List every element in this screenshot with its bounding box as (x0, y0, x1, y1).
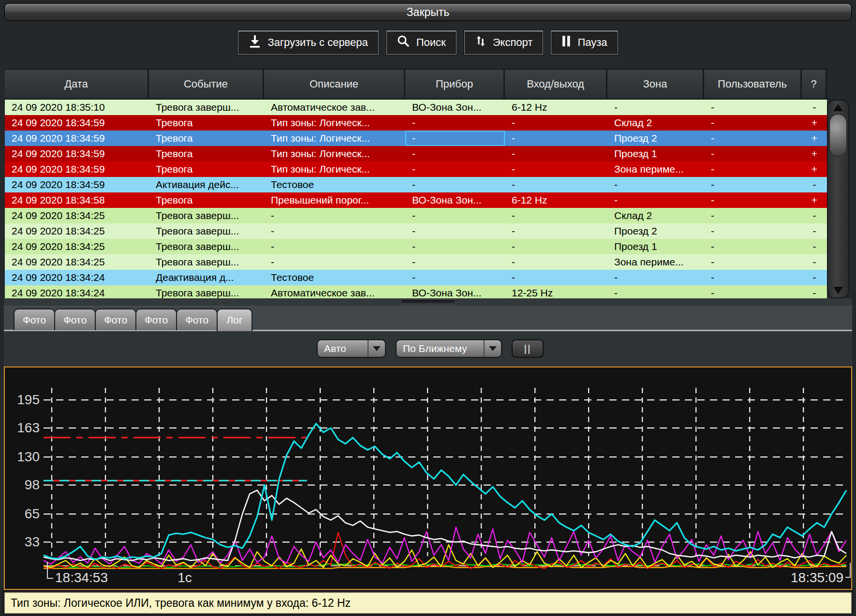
tab-photo-5[interactable]: Фото (176, 308, 218, 330)
table-row[interactable]: 24 09 2020 18:34:25Тревога заверш...---З… (5, 254, 827, 270)
cell: + (802, 115, 827, 131)
cell: - (802, 223, 827, 239)
scroll-thumb[interactable] (829, 114, 847, 157)
table-row[interactable]: 24 09 2020 18:34:24Деактивация д...Тесто… (5, 270, 827, 285)
cell: - (405, 270, 505, 285)
cell: - (704, 161, 802, 177)
table-row[interactable]: 24 09 2020 18:34:59ТревогаТип зоны: Логи… (5, 146, 827, 161)
table-row[interactable]: 24 09 2020 18:34:59ТревогаТип зоны: Логи… (5, 115, 827, 131)
table-row[interactable]: 24 09 2020 18:34:25Тревога заверш...---П… (5, 223, 827, 239)
column-header[interactable]: Зона (607, 70, 704, 99)
cell: + (802, 161, 827, 177)
search-button[interactable]: Поиск (386, 30, 457, 55)
cell: Активация дейс... (149, 177, 264, 192)
cell: 6-12 Hz (505, 100, 607, 115)
table-scrollbar[interactable] (827, 100, 849, 298)
table-header: ДатаСобытиеОписаниеПриборВход/выходЗонаП… (5, 69, 827, 100)
column-header[interactable]: Описание (264, 70, 405, 99)
scroll-down-icon[interactable] (833, 287, 843, 294)
cell: + (802, 146, 827, 161)
cell: Проезд 2 (607, 223, 704, 239)
cell: - (607, 192, 704, 208)
cell: 6-12 Hz (505, 192, 607, 208)
cell: - (802, 100, 827, 115)
cell: - (264, 239, 405, 254)
cell: 24 09 2020 18:34:25 (5, 239, 149, 254)
cell: 24 09 2020 18:34:58 (5, 192, 149, 208)
cell: Деактивация д... (149, 270, 264, 285)
cell: - (607, 285, 704, 298)
tab-bar: ФотоФотоФотоФотоФотоЛог (15, 308, 252, 331)
cell: - (505, 270, 607, 285)
cell: 24 09 2020 18:34:25 (5, 208, 149, 223)
table-row[interactable]: 24 09 2020 18:34:59ТревогаТип зоны: Логи… (5, 131, 827, 146)
scroll-up-icon[interactable] (833, 104, 843, 111)
table-row[interactable]: 24 09 2020 18:34:24Тревога заверш...Авто… (5, 285, 827, 298)
cell: - (704, 223, 802, 239)
table-row[interactable]: 24 09 2020 18:34:59Активация дейс...Тест… (5, 177, 827, 192)
search-icon (397, 35, 410, 51)
cell: Склад 2 (607, 115, 704, 131)
cell: - (405, 161, 505, 177)
chart-controls: Авто По Ближнему || (0, 339, 856, 359)
table-row[interactable]: 24 09 2020 18:34:58ТревогаПревышений пор… (5, 192, 827, 208)
splitter-grip[interactable] (401, 300, 455, 304)
cell: - (704, 239, 802, 254)
cell: Автоматическое зав... (264, 100, 405, 115)
column-header[interactable]: Событие (149, 70, 264, 99)
cell: - (607, 177, 704, 192)
tab-photo-3[interactable]: Фото (95, 308, 136, 330)
column-header[interactable]: ? (802, 70, 827, 99)
pause-icon (561, 35, 571, 50)
cell: - (704, 100, 802, 115)
table-row[interactable]: 24 09 2020 18:34:59ТревогаТип зоны: Логи… (5, 161, 827, 177)
scale-dropdown[interactable]: Авто (317, 339, 386, 358)
cell: Автоматическое зав... (264, 285, 405, 298)
cell: Зона периме... (607, 254, 704, 270)
cell: - (704, 177, 802, 192)
y-tick-label: 195 (17, 392, 40, 407)
chevron-down-icon[interactable] (484, 340, 501, 357)
cell: - (505, 177, 607, 192)
column-header[interactable]: Прибор (405, 70, 505, 99)
cell: - (704, 208, 802, 223)
table-row[interactable]: 24 09 2020 18:34:25Тревога заверш...---П… (5, 239, 827, 254)
x-scale-label: 1с (177, 570, 192, 585)
x-end-label: 18:35:09 (791, 570, 843, 585)
cell: - (704, 270, 802, 285)
y-tick-label: 33 (25, 534, 40, 549)
tab-photo-4[interactable]: Фото (135, 308, 177, 330)
tab-photo-1[interactable]: Фото (14, 308, 55, 330)
export-button[interactable]: Экспорт (464, 30, 544, 55)
button-label: Экспорт (493, 36, 533, 49)
cell: - (704, 254, 802, 270)
table-row[interactable]: 24 09 2020 18:35:10Тревога заверш...Авто… (5, 100, 827, 115)
column-header[interactable]: Дата (5, 70, 149, 99)
cell: - (405, 223, 505, 239)
load-from-server-button[interactable]: Загрузить с сервера (237, 30, 379, 55)
table-row[interactable]: 24 09 2020 18:34:25Тревога заверш...---С… (5, 208, 827, 223)
cell: - (802, 239, 827, 254)
cell: 24 09 2020 18:34:59 (5, 115, 149, 131)
cell: + (802, 192, 827, 208)
cell: Тревога заверш... (149, 239, 264, 254)
chart-pause-toggle-button[interactable]: || (512, 339, 544, 358)
chevron-down-icon[interactable] (368, 340, 385, 357)
events-table: 24 09 2020 18:35:10Тревога заверш...Авто… (5, 100, 827, 298)
splitter-handle[interactable] (4, 298, 852, 306)
tab-log[interactable]: Лог (217, 308, 252, 331)
tab-photo-2[interactable]: Фото (54, 308, 96, 330)
column-header[interactable]: Вход/выход (505, 70, 607, 99)
cell: - (405, 208, 505, 223)
pause-button[interactable]: Пауза (550, 30, 618, 55)
close-button[interactable]: Закрыть (4, 3, 852, 21)
cell: - (405, 177, 505, 192)
app-window: Закрыть Загрузить с сервера Поиск Экспор… (0, 0, 856, 616)
x-start-label: 18:34:53 (55, 570, 108, 585)
cell: - (405, 146, 505, 161)
cell: 24 09 2020 18:35:10 (5, 100, 149, 115)
column-header[interactable]: Пользователь (704, 70, 802, 99)
cell: - (607, 270, 704, 285)
cell: ВО-Зона Зон... (405, 100, 505, 115)
sync-mode-dropdown[interactable]: По Ближнему (396, 339, 502, 358)
